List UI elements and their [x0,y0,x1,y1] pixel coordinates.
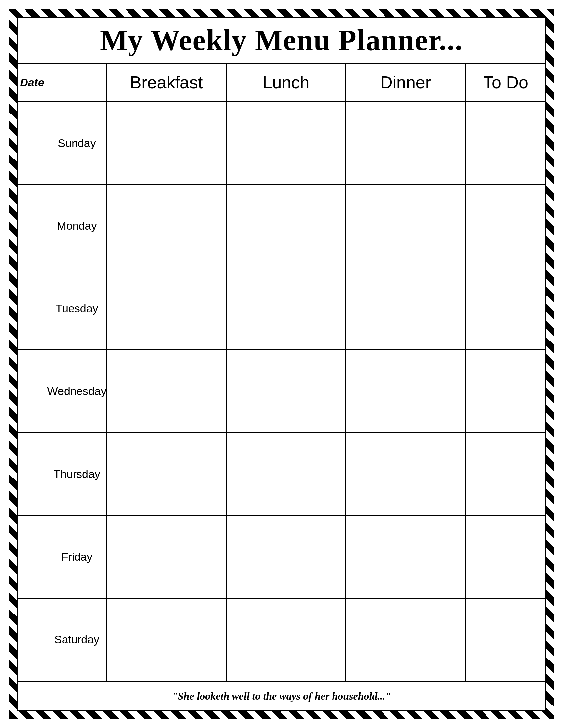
footer-row: "She looketh well to the ways of her hou… [18,681,545,710]
todo-cell[interactable] [466,433,545,515]
dinner-cell[interactable] [346,185,466,267]
day-label: Monday [47,185,107,267]
dinner-cell[interactable] [346,102,466,184]
day-label: Thursday [47,433,107,515]
lunch-cell[interactable] [226,516,346,598]
table-row: Monday [18,185,545,267]
lunch-cell[interactable] [226,185,346,267]
table-row: Wednesday [18,350,545,433]
breakfast-cell[interactable] [107,185,226,267]
todo-cell[interactable] [466,185,545,267]
date-cell[interactable] [18,185,47,267]
lunch-cell[interactable] [226,599,346,681]
lunch-cell[interactable] [226,350,346,432]
breakfast-cell[interactable] [107,516,226,598]
breakfast-cell[interactable] [107,433,226,515]
todo-cell[interactable] [466,102,545,184]
date-column-header: Date [18,64,47,101]
header-row: Date Breakfast Lunch Dinner To Do [18,64,545,102]
date-cell[interactable] [18,102,47,184]
days-container: Sunday Monday [18,102,545,681]
page: My Weekly Menu Planner... Date Breakfast… [0,0,563,728]
day-label: Tuesday [47,267,107,349]
inner-content: My Weekly Menu Planner... Date Breakfast… [17,17,546,711]
breakfast-cell[interactable] [107,350,226,432]
outer-border: My Weekly Menu Planner... Date Breakfast… [9,9,554,719]
table-row: Sunday [18,102,545,185]
table-row: Thursday [18,433,545,516]
todo-cell[interactable] [466,599,545,681]
table-row: Saturday [18,599,545,681]
date-cell[interactable] [18,516,47,598]
day-label: Saturday [47,599,107,681]
footer-quote: "She looketh well to the ways of her hou… [172,690,391,702]
date-cell[interactable] [18,433,47,515]
page-title: My Weekly Menu Planner... [100,23,463,57]
dinner-cell[interactable] [346,267,466,349]
day-label: Friday [47,516,107,598]
table-row: Friday [18,516,545,599]
day-label: Sunday [47,102,107,184]
title-row: My Weekly Menu Planner... [18,18,545,64]
breakfast-column-header: Breakfast [107,64,226,101]
todo-cell[interactable] [466,350,545,432]
todo-cell[interactable] [466,516,545,598]
breakfast-cell[interactable] [107,267,226,349]
dinner-cell[interactable] [346,516,466,598]
day-column-header [47,64,107,101]
table-row: Tuesday [18,267,545,350]
dinner-cell[interactable] [346,433,466,515]
dinner-cell[interactable] [346,350,466,432]
date-cell[interactable] [18,267,47,349]
date-cell[interactable] [18,599,47,681]
lunch-cell[interactable] [226,267,346,349]
lunch-cell[interactable] [226,102,346,184]
lunch-cell[interactable] [226,433,346,515]
dinner-cell[interactable] [346,599,466,681]
dinner-column-header: Dinner [346,64,466,101]
date-cell[interactable] [18,350,47,432]
todo-column-header: To Do [466,64,545,101]
day-label: Wednesday [47,350,107,432]
breakfast-cell[interactable] [107,599,226,681]
todo-cell[interactable] [466,267,545,349]
lunch-column-header: Lunch [226,64,346,101]
breakfast-cell[interactable] [107,102,226,184]
